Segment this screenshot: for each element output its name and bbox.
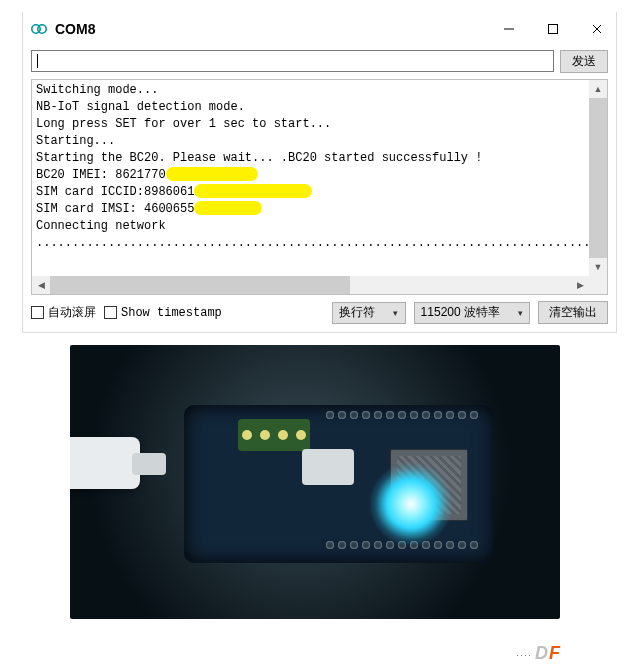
status-bar: 自动滚屏 Show timestamp 换行符 ▾ 115200 波特率 ▾ 清… bbox=[23, 295, 616, 332]
send-button[interactable]: 发送 bbox=[560, 50, 608, 73]
horizontal-scrollbar[interactable]: ◀ ▶ bbox=[32, 276, 589, 294]
scroll-up-icon[interactable]: ▲ bbox=[589, 80, 607, 98]
status-led-glow bbox=[370, 463, 452, 545]
console-line: Starting the BC20. Please wait... .BC20 … bbox=[36, 151, 482, 165]
redaction-mark bbox=[194, 184, 312, 198]
scroll-down-icon[interactable]: ▼ bbox=[589, 258, 607, 276]
chevron-down-icon: ▾ bbox=[518, 308, 523, 318]
redaction-mark bbox=[194, 201, 262, 215]
text-caret bbox=[37, 54, 38, 68]
console-line: Switching mode... bbox=[36, 83, 158, 97]
redaction-mark bbox=[166, 167, 258, 181]
line-ending-value: 换行符 bbox=[339, 304, 375, 321]
console-output[interactable]: Switching mode... NB-IoT signal detectio… bbox=[32, 80, 589, 276]
onboard-usb-socket bbox=[302, 449, 354, 485]
console-area: Switching mode... NB-IoT signal detectio… bbox=[31, 79, 608, 295]
checkbox-icon bbox=[104, 306, 117, 319]
close-button[interactable] bbox=[588, 20, 606, 38]
vscroll-thumb[interactable] bbox=[589, 98, 607, 258]
svg-rect-3 bbox=[549, 25, 558, 34]
header-pins-top bbox=[326, 411, 478, 427]
baud-rate-value: 115200 波特率 bbox=[421, 304, 500, 321]
console-line: Connecting network bbox=[36, 219, 166, 233]
checkbox-icon bbox=[31, 306, 44, 319]
scroll-right-icon[interactable]: ▶ bbox=[571, 276, 589, 294]
timestamp-label: Show timestamp bbox=[121, 306, 222, 320]
hscroll-track[interactable] bbox=[50, 276, 571, 294]
titlebar: COM8 bbox=[23, 12, 616, 46]
console-line: Long press SET for over 1 sec to start..… bbox=[36, 117, 331, 131]
board-photo bbox=[70, 345, 560, 619]
svg-point-1 bbox=[38, 25, 46, 33]
console-line-imei: BC20 IMEI: 8621770 bbox=[36, 168, 166, 182]
send-row: 发送 bbox=[23, 46, 616, 79]
line-ending-select[interactable]: 换行符 ▾ bbox=[332, 302, 406, 324]
baud-rate-select[interactable]: 115200 波特率 ▾ bbox=[414, 302, 530, 324]
console-line-dots: ........................................… bbox=[36, 236, 589, 250]
console-line-iccid: SIM card ICCID:8986061 bbox=[36, 185, 194, 199]
serial-monitor-window: COM8 发送 bbox=[22, 12, 617, 333]
scroll-corner bbox=[589, 276, 607, 294]
arduino-icon bbox=[31, 21, 47, 37]
screw-terminal bbox=[238, 419, 310, 451]
minimize-button[interactable] bbox=[500, 20, 518, 38]
dev-board bbox=[184, 405, 494, 563]
timestamp-checkbox[interactable]: Show timestamp bbox=[104, 306, 222, 320]
serial-input[interactable] bbox=[31, 50, 554, 72]
console-line-imsi: SIM card IMSI: 4600655 bbox=[36, 202, 194, 216]
usb-tip bbox=[132, 453, 166, 475]
clear-output-button[interactable]: 清空输出 bbox=[538, 301, 608, 324]
maximize-button[interactable] bbox=[544, 20, 562, 38]
autoscroll-label: 自动滚屏 bbox=[48, 304, 96, 321]
hscroll-thumb[interactable] bbox=[50, 276, 350, 294]
autoscroll-checkbox[interactable]: 自动滚屏 bbox=[31, 304, 96, 321]
window-controls bbox=[500, 20, 606, 38]
usb-plug bbox=[70, 437, 140, 489]
vertical-scrollbar[interactable]: ▲ ▼ bbox=[589, 80, 607, 276]
chevron-down-icon: ▾ bbox=[393, 308, 398, 318]
console-line: NB-IoT signal detection mode. bbox=[36, 100, 245, 114]
window-title: COM8 bbox=[55, 21, 500, 37]
scroll-left-icon[interactable]: ◀ bbox=[32, 276, 50, 294]
console-line: Starting... bbox=[36, 134, 115, 148]
